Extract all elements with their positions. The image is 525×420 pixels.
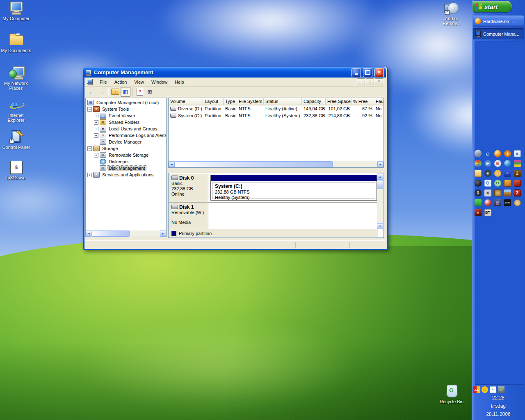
desktop-icon-label[interactable]: Recycle Bin: [440, 399, 463, 404]
desktop-icon-add-or-remove[interactable]: Add orRemov...: [436, 1, 468, 26]
menu-item[interactable]: Window: [148, 78, 171, 86]
performance-logs-and-alerts[interactable]: + ≈ Performance Logs and Alerts: [86, 132, 166, 139]
menu-item[interactable]: Action: [111, 78, 131, 86]
disk-vertical-scrollbar[interactable]: ▲ ▼: [377, 173, 383, 229]
disk-management[interactable]: ▥ Disk Management: [86, 165, 166, 171]
taskbar-button-hardware-no[interactable]: Hardware.no - ...: [473, 16, 524, 27]
media-player-icon[interactable]: ▶: [484, 160, 491, 167]
scroll-right-arrow[interactable]: ►: [160, 231, 166, 237]
tree-item-label[interactable]: Event Viewer: [108, 113, 136, 118]
tree-expander[interactable]: +: [94, 127, 98, 131]
tree-expander[interactable]: +: [94, 120, 98, 125]
menu-item[interactable]: View: [130, 78, 148, 86]
device-manager[interactable]: ¤ Device Manager: [86, 139, 166, 145]
tree-item-label[interactable]: Removable Storage: [108, 153, 149, 158]
telenor-icon[interactable]: ~: [490, 386, 496, 393]
medal-game-icon[interactable]: [494, 189, 501, 196]
tree-expander[interactable]: −: [87, 107, 92, 112]
drive-icon[interactable]: [475, 150, 482, 157]
show-console-tree-button[interactable]: ◧: [121, 87, 130, 97]
desktop-icon-label[interactable]: My Computer: [2, 16, 30, 21]
volume-row[interactable]: Diverse (D:) Partition Basic NTFS Health…: [169, 105, 383, 112]
desktop-icon-control-panel[interactable]: Control Panel: [0, 130, 32, 150]
messenger-icon[interactable]: ☺: [482, 386, 488, 393]
column-header[interactable]: Type: [224, 98, 237, 105]
tree-horizontal-scrollbar[interactable]: ◄ ►: [86, 231, 166, 237]
desktop-icon-label[interactable]: Control Panel: [2, 145, 30, 150]
number-2-bronze-icon[interactable]: 2: [514, 170, 521, 177]
desktop-icon-label[interactable]: My Documents: [1, 48, 31, 53]
column-header[interactable]: File System: [237, 98, 264, 105]
back-button[interactable]: ←: [87, 87, 96, 96]
tree-item-label[interactable]: Diskeeper: [108, 159, 130, 164]
disk1-info-box[interactable]: Disk 1 Removable (W:) No Media: [169, 203, 208, 229]
desktop-icon-my-documents[interactable]: My Documents: [0, 33, 32, 53]
system-tools[interactable]: − ★ System Tools: [86, 106, 166, 112]
menu-item[interactable]: Help: [171, 78, 188, 86]
mdi-restore-button[interactable]: □: [366, 78, 374, 85]
list-horizontal-scrollbar[interactable]: ◄ ►: [169, 161, 383, 167]
column-header[interactable]: % Free: [352, 98, 374, 105]
column-header[interactable]: Fau: [374, 98, 384, 105]
bf2142-icon[interactable]: 2142: [504, 199, 511, 206]
scene-game-icon[interactable]: [504, 189, 511, 196]
desktop-icon-internet-explorer[interactable]: e InternetExplorer: [0, 98, 32, 123]
export-list-button[interactable]: ⊞: [145, 87, 154, 96]
scroll-left-arrow[interactable]: ◄: [169, 161, 175, 167]
menu-item[interactable]: File: [96, 78, 111, 86]
scroll-thumb[interactable]: [92, 231, 130, 237]
zonealarm-icon[interactable]: ZA: [473, 386, 480, 393]
window-titlebar[interactable]: Computer Management ✕: [83, 67, 386, 78]
scroll-up-arrow[interactable]: ▲: [377, 173, 383, 180]
info-icon[interactable]: i: [504, 150, 511, 157]
globe-icon[interactable]: [504, 160, 511, 167]
desktop-icon-my-network-places[interactable]: My NetworkPlaces: [0, 66, 32, 91]
orange-game-icon[interactable]: [504, 180, 511, 187]
storage[interactable]: − ▭ Storage: [86, 145, 166, 152]
black-3-icon[interactable]: 3: [475, 189, 482, 196]
removable-storage[interactable]: + ▭ Removable Storage: [86, 152, 166, 158]
desktop-icon-recycle-bin[interactable]: Recycle Bin: [436, 384, 468, 404]
explosion-game-icon[interactable]: ★: [475, 209, 482, 216]
red-2-icon[interactable]: 2: [514, 189, 521, 196]
column-header[interactable]: Layout: [203, 98, 224, 105]
green-tile-icon[interactable]: □: [475, 199, 482, 206]
taskbar-button-computer-management[interactable]: Computer Mana...: [473, 28, 524, 39]
red-orb-icon[interactable]: [484, 199, 491, 206]
local-users-and-groups[interactable]: + ☻ Local Users and Groups: [86, 126, 166, 132]
tree-item-label[interactable]: Disk Management: [108, 166, 146, 171]
tree-item-label[interactable]: Computer Management (Local): [96, 100, 160, 105]
gauge-icon[interactable]: ◉: [484, 170, 491, 177]
tree-item-label[interactable]: Shared Folders: [108, 120, 140, 125]
desktop-icon-label[interactable]: tp312swe: [6, 175, 25, 180]
mdi-minimize-button[interactable]: _: [357, 78, 365, 85]
pistols-icon[interactable]: ✕: [484, 189, 491, 196]
shared-folders[interactable]: + ▦ Shared Folders: [86, 119, 166, 126]
internet-explorer-icon[interactable]: e: [484, 150, 491, 157]
tree-item-label[interactable]: Device Manager: [108, 139, 142, 144]
network-folder-icon[interactable]: [475, 170, 482, 177]
quicktime-icon[interactable]: Q: [484, 180, 491, 187]
close-button[interactable]: ✕: [374, 68, 384, 77]
diskeeper[interactable]: ◑ Diskeeper: [86, 158, 166, 165]
bittorrent-icon[interactable]: BT: [484, 209, 491, 216]
up-folder-button[interactable]: ↑: [111, 87, 120, 96]
desktop-icon-label[interactable]: My NetworkPlaces: [4, 81, 28, 91]
gold-map-icon[interactable]: [514, 199, 521, 206]
volume-name-cell[interactable]: Diverse (D:): [169, 105, 203, 112]
desktop-icon-label[interactable]: InternetExplorer: [8, 113, 25, 123]
scroll-left-arrow[interactable]: ◄: [86, 231, 92, 237]
scroll-thumb[interactable]: [377, 180, 383, 189]
maximize-button[interactable]: [363, 68, 372, 77]
tree-item-label[interactable]: Performance Logs and Alerts: [108, 133, 167, 138]
tree-expander[interactable]: −: [87, 146, 92, 151]
dark-game-icon[interactable]: [475, 180, 482, 187]
desktop-icon-tp312swe[interactable]: ⋇ tp312swe: [0, 160, 32, 180]
column-header[interactable]: Capacity: [302, 98, 326, 105]
start-button[interactable]: start: [472, 1, 512, 12]
column-header[interactable]: Volume: [169, 98, 203, 105]
computer-management-local[interactable]: ▣ Computer Management (Local): [86, 99, 166, 106]
tree-expander[interactable]: +: [87, 173, 92, 177]
volume-row[interactable]: System (C:) Partition Basic NTFS Healthy…: [169, 112, 383, 119]
diskeeper-clock-icon[interactable]: ⊙: [494, 160, 501, 167]
